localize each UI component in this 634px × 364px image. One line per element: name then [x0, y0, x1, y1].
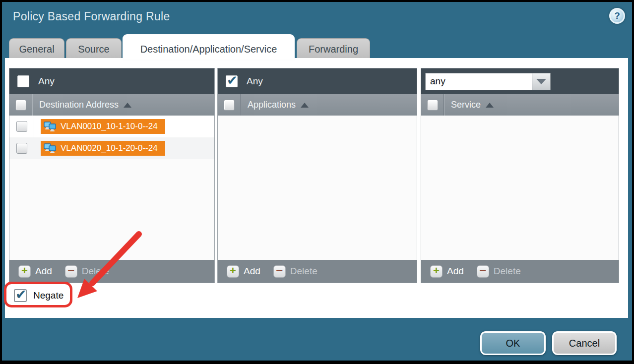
add-button[interactable]: + Add [430, 265, 464, 278]
applications-list [218, 116, 417, 260]
destination-any-bar: Any [9, 68, 214, 94]
row-checkbox[interactable] [16, 121, 27, 132]
applications-footer-bar: + Add − Delete [218, 260, 417, 283]
table-row[interactable]: VLAN0010_10-1-10-0--24 [9, 116, 214, 137]
ok-button[interactable]: OK [480, 331, 546, 355]
address-object-label: VLAN0020_10-1-20-0--24 [61, 143, 158, 153]
chevron-down-icon [536, 79, 546, 84]
add-button[interactable]: + Add [18, 265, 52, 278]
add-label: Add [35, 266, 52, 277]
delete-label: Delete [290, 266, 317, 277]
minus-icon: − [477, 265, 489, 278]
minus-icon: − [273, 265, 286, 278]
destination-header-checkbox-cell [9, 94, 32, 116]
tab-forwarding[interactable]: Forwarding [297, 38, 370, 61]
add-button[interactable]: + Add [227, 265, 260, 278]
delete-button[interactable]: − Delete [477, 265, 521, 278]
address-object-chip[interactable]: VLAN0020_10-1-20-0--24 [41, 141, 165, 156]
service-type-dropdown[interactable]: any [425, 73, 551, 90]
applications-select-all-checkbox[interactable] [224, 100, 235, 111]
add-label: Add [447, 266, 464, 277]
applications-header-label: Applications [248, 100, 296, 110]
service-select-all-checkbox[interactable] [427, 100, 438, 111]
cancel-button[interactable]: Cancel [552, 331, 617, 355]
sort-ascending-icon [124, 103, 131, 108]
service-header-label: Service [451, 100, 481, 110]
service-list [421, 116, 619, 260]
add-label: Add [244, 266, 260, 277]
network-address-icon [44, 143, 57, 154]
address-object-chip[interactable]: VLAN0010_10-1-10-0--24 [41, 119, 165, 134]
plus-icon: + [227, 265, 239, 278]
applications-panel: Any Applications + Add − Delete [217, 68, 417, 283]
destination-any-label: Any [38, 76, 55, 87]
delete-button[interactable]: − Delete [273, 265, 317, 278]
applications-any-bar: Any [218, 68, 417, 94]
applications-any-checkbox[interactable] [226, 75, 238, 87]
destination-footer-bar: + Add − Delete [9, 260, 214, 283]
destination-address-panel: Any Destination Address [9, 68, 215, 283]
sort-ascending-icon [301, 103, 309, 108]
tab-content: Any Destination Address [5, 58, 628, 318]
service-panel: any Service + Add − Delete [421, 68, 619, 283]
destination-any-checkbox[interactable] [17, 75, 29, 87]
destination-list: VLAN0010_10-1-10-0--24 [9, 116, 214, 260]
minus-icon: − [65, 265, 77, 278]
destination-select-all-checkbox[interactable] [15, 100, 26, 111]
plus-icon: + [18, 265, 31, 278]
sort-ascending-icon [486, 103, 494, 108]
help-icon[interactable]: ? [609, 8, 625, 24]
applications-header-checkbox-cell [218, 94, 241, 116]
applications-any-label: Any [247, 76, 263, 87]
delete-button[interactable]: − Delete [65, 265, 109, 278]
dropdown-button[interactable] [532, 73, 551, 90]
service-footer-bar: + Add − Delete [421, 260, 619, 283]
destination-header-label: Destination Address [39, 100, 119, 110]
table-row[interactable]: VLAN0020_10-1-20-0--24 [9, 137, 214, 159]
applications-column-header[interactable]: Applications [218, 94, 417, 116]
tab-general[interactable]: General [9, 38, 64, 61]
negate-row: Negate [14, 289, 63, 302]
plus-icon: + [430, 265, 443, 278]
tab-source[interactable]: Source [66, 38, 122, 61]
destination-column-header[interactable]: Destination Address [9, 94, 214, 116]
delete-label: Delete [494, 266, 521, 277]
service-type-value[interactable]: any [425, 73, 532, 90]
policy-forwarding-dialog: Policy Based Forwarding Rule ? General S… [2, 2, 632, 361]
service-header-checkbox-cell [421, 94, 444, 116]
service-dropdown-bar: any [421, 68, 619, 94]
row-checkbox-cell [9, 116, 34, 137]
service-column-header[interactable]: Service [421, 94, 619, 116]
negate-label: Negate [33, 290, 63, 301]
row-checkbox-cell [9, 137, 34, 159]
dialog-title: Policy Based Forwarding Rule [13, 10, 170, 23]
negate-checkbox[interactable] [14, 289, 27, 302]
row-checkbox[interactable] [16, 143, 27, 154]
delete-label: Delete [82, 266, 109, 277]
address-object-label: VLAN0010_10-1-10-0--24 [61, 121, 158, 131]
tab-destination-application-service[interactable]: Destination/Application/Service [123, 34, 295, 61]
network-address-icon [44, 121, 57, 132]
